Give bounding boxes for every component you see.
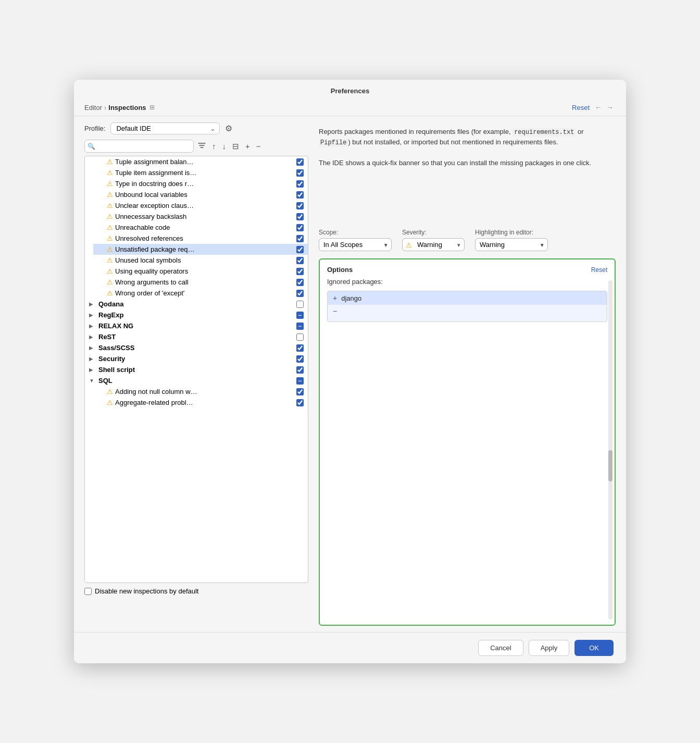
item-checkbox[interactable] [296, 268, 304, 275]
tree-group-regexp[interactable]: ▶ RegExp [85, 309, 308, 320]
nav-forward-button[interactable]: → [604, 102, 616, 113]
expand-arrow-icon: ▶ [89, 345, 96, 351]
breadcrumb-bar: Editor › Inspections ⊞ Reset ← → [74, 99, 626, 116]
tree-group-rest[interactable]: ▶ ReST [85, 331, 308, 342]
expand-button[interactable]: ⊟ [230, 141, 241, 152]
warning-icon: ⚠ [107, 213, 113, 220]
cancel-button[interactable]: Cancel [478, 640, 523, 656]
expand-arrow-icon: ▶ [89, 334, 96, 340]
profile-select[interactable]: Default IDE [110, 122, 220, 134]
tree-item-unresolved-references[interactable]: ⚠ Unresolved references [93, 233, 308, 244]
tree-item-type-in-docstring[interactable]: ⚠ Type in docstring does r… [93, 178, 308, 189]
search-input[interactable] [84, 140, 194, 153]
item-label: Tuple assignment balan… [115, 158, 294, 166]
remove-package-button[interactable]: − [333, 307, 337, 315]
add-package-button[interactable]: + [333, 294, 337, 302]
severity-control: Severity: ⚠ Warning ▾ [402, 229, 465, 251]
tree-item-tuple-item-assign[interactable]: ⚠ Tuple item assignment is… [93, 167, 308, 178]
disable-new-inspections-label: Disable new inspections by default [95, 587, 198, 595]
item-checkbox[interactable] [296, 235, 304, 242]
item-checkbox[interactable] [296, 290, 304, 297]
group-checkbox[interactable] [296, 355, 304, 363]
tree-item-unnecessary-backslash[interactable]: ⚠ Unnecessary backslash [93, 211, 308, 222]
move-down-button[interactable]: ↓ [220, 141, 229, 152]
item-label: Using equality operators [115, 267, 294, 275]
dialog-title: Preferences [74, 80, 626, 99]
group-checkbox[interactable] [296, 344, 304, 352]
options-reset-button[interactable]: Reset [591, 266, 607, 274]
tree-item-unsatisfied-package[interactable]: ⚠ Unsatisfied package req… [93, 244, 308, 255]
filter-button[interactable] [196, 141, 208, 152]
tree-item-unused-local-symbols[interactable]: ⚠ Unused local symbols [93, 255, 308, 266]
item-checkbox[interactable] [296, 279, 304, 286]
scope-select[interactable]: In All Scopes [319, 238, 392, 251]
scrollbar-thumb[interactable] [608, 450, 612, 481]
item-label: Wrong arguments to call [115, 278, 294, 286]
breadcrumb-current: Inspections [108, 104, 146, 112]
item-checkbox[interactable] [296, 246, 304, 253]
tree-item-unreachable-code[interactable]: ⚠ Unreachable code [93, 222, 308, 233]
search-icon: 🔍 [88, 143, 95, 150]
severity-select-wrap: ⚠ Warning ▾ [402, 238, 465, 251]
add-button[interactable]: + [243, 141, 252, 152]
item-checkbox[interactable] [296, 257, 304, 264]
group-checkbox-minus[interactable] [296, 323, 304, 330]
desc-text-3: ) but not installed, or imported but not… [348, 138, 558, 146]
expand-arrow-icon: ▶ [89, 356, 96, 362]
group-checkbox[interactable] [296, 301, 304, 308]
item-checkbox[interactable] [296, 202, 304, 209]
group-checkbox-minus[interactable] [296, 312, 304, 319]
tree-item-aggregate-related[interactable]: ⚠ Aggregate-related probl… [93, 397, 308, 408]
options-box: Options Reset Ignored packages: + django… [319, 258, 616, 626]
highlighting-select[interactable]: Warning [475, 238, 548, 251]
group-checkbox[interactable] [296, 333, 304, 341]
tree-item-tuple-assign-balance[interactable]: ⚠ Tuple assignment balan… [93, 156, 308, 167]
item-checkbox[interactable] [296, 180, 304, 188]
tree-group-sass[interactable]: ▶ Sass/SCSS [85, 342, 308, 353]
tree-group-shell-script[interactable]: ▶ Shell script [85, 364, 308, 375]
tree-group-sql[interactable]: ▼ SQL [85, 375, 308, 386]
item-checkbox[interactable] [296, 399, 304, 406]
tree-group-relax-ng[interactable]: ▶ RELAX NG [85, 320, 308, 331]
ok-button[interactable]: OK [574, 640, 614, 656]
tree-item-using-equality-ops[interactable]: ⚠ Using equality operators [93, 266, 308, 277]
breadcrumb-parent[interactable]: Editor [84, 104, 102, 112]
tree-group-security[interactable]: ▶ Security [85, 353, 308, 364]
tree-item-adding-not-null[interactable]: ⚠ Adding not null column w… [93, 386, 308, 397]
package-item-django[interactable]: + django [328, 291, 607, 305]
item-checkbox[interactable] [296, 224, 304, 231]
remove-toolbar-button[interactable]: − [254, 141, 263, 152]
tree-item-wrong-args[interactable]: ⚠ Wrong arguments to call [93, 277, 308, 288]
warning-icon: ⚠ [107, 234, 113, 242]
warning-icon: ⚠ [107, 202, 113, 209]
item-label: Unreachable code [115, 224, 294, 231]
tree-item-unclear-exception[interactable]: ⚠ Unclear exception claus… [93, 200, 308, 211]
inspections-tree[interactable]: ⚠ Tuple assignment balan… ⚠ Tuple item a… [84, 156, 308, 583]
warning-icon: ⚠ [107, 224, 113, 231]
tree-group-qodana[interactable]: ▶ Qodana [85, 299, 308, 309]
group-checkbox[interactable] [296, 366, 304, 374]
item-checkbox[interactable] [296, 213, 304, 220]
gear-button[interactable]: ⚙ [224, 122, 233, 134]
reset-button[interactable]: Reset [569, 103, 593, 113]
description-paragraph-1: Reports packages mentioned in requiremen… [319, 127, 616, 147]
item-checkbox[interactable] [296, 388, 304, 395]
warning-icon: ⚠ [107, 388, 113, 395]
group-checkbox-minus[interactable] [296, 377, 304, 385]
tree-item-unbound-local-vars[interactable]: ⚠ Unbound local variables [93, 189, 308, 200]
disable-new-inspections-checkbox[interactable] [84, 588, 92, 595]
item-checkbox[interactable] [296, 169, 304, 177]
apply-button[interactable]: Apply [529, 640, 570, 656]
warning-icon: ⚠ [107, 278, 113, 286]
item-label: Adding not null column w… [115, 388, 294, 395]
item-checkbox[interactable] [296, 191, 304, 199]
move-up-button[interactable]: ↑ [210, 141, 218, 152]
expand-arrow-icon: ▶ [89, 323, 96, 329]
left-panel: Profile: Default IDE ⚙ 🔍 ↑ ↓ [84, 122, 308, 626]
nav-back-button[interactable]: ← [593, 102, 604, 113]
item-label: Type in docstring does r… [115, 180, 294, 188]
tree-item-wrong-order-except[interactable]: ⚠ Wrong order of 'except' [93, 288, 308, 299]
disable-inspections-row: Disable new inspections by default [84, 583, 308, 597]
severity-select[interactable]: Warning [402, 238, 465, 251]
item-checkbox[interactable] [296, 158, 304, 166]
